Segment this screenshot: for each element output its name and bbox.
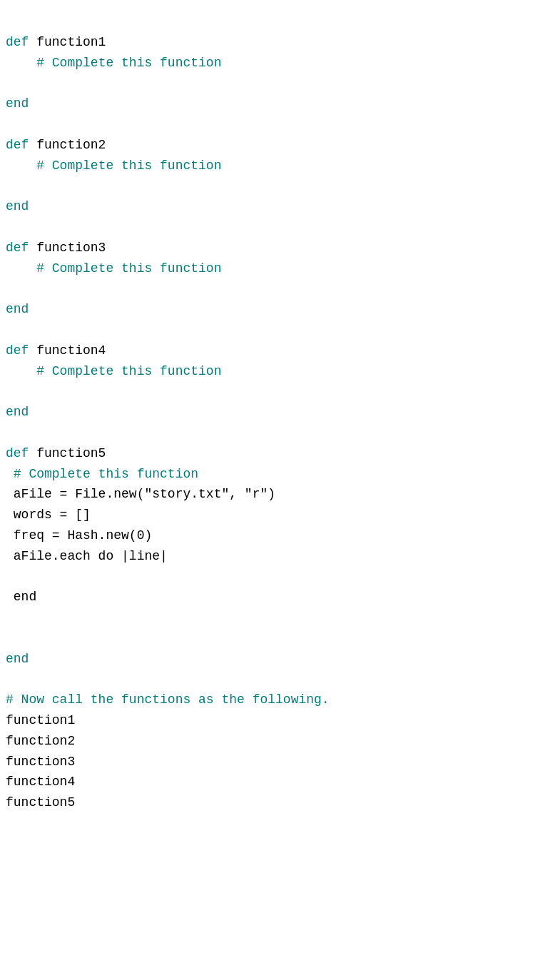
line-inner-end: end [6, 590, 36, 604]
line-end2: end [6, 199, 29, 213]
line-end5: end [6, 652, 29, 666]
line-def3: def function3 [6, 241, 106, 255]
line-comment3: # Complete this function [6, 261, 221, 276]
line-end3: end [6, 302, 29, 316]
line-end4: end [6, 405, 29, 419]
line-call2: function2 [6, 734, 75, 748]
line-comment5: # Complete this function [6, 467, 198, 481]
line-def1: def function1 [6, 35, 106, 49]
line-def2: def function2 [6, 138, 106, 152]
line-words: words = [] [6, 508, 91, 522]
line-call4: function4 [6, 775, 75, 789]
line-call5: function5 [6, 795, 75, 810]
line-call1: function1 [6, 713, 75, 727]
line-end1: end [6, 96, 29, 111]
line-comment-call: # Now call the functions as the followin… [6, 692, 330, 707]
line-def5: def function5 [6, 446, 106, 460]
line-afile-new: aFile = File.new("story.txt", "r") [6, 487, 275, 501]
line-freq: freq = Hash.new(0) [6, 528, 152, 543]
line-def4: def function4 [6, 343, 106, 358]
code-editor: def function1 # Complete this function e… [6, 11, 554, 813]
line-comment1: # Complete this function [6, 56, 221, 70]
line-comment2: # Complete this function [6, 158, 221, 173]
line-call3: function3 [6, 755, 75, 769]
line-afile-each: aFile.each do |line| [6, 549, 168, 563]
line-comment4: # Complete this function [6, 364, 221, 378]
